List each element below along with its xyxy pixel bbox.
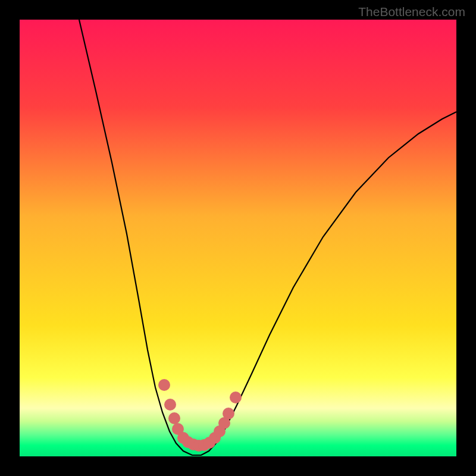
chart-svg: [20, 20, 456, 456]
chart-plot-area: [20, 20, 456, 456]
watermark-text: TheBottleneck.com: [358, 5, 465, 19]
data-point: [158, 379, 170, 391]
chart-background: [20, 20, 456, 456]
data-point: [164, 399, 176, 411]
data-point: [223, 408, 234, 419]
data-point: [168, 412, 180, 424]
data-point: [230, 392, 242, 403]
